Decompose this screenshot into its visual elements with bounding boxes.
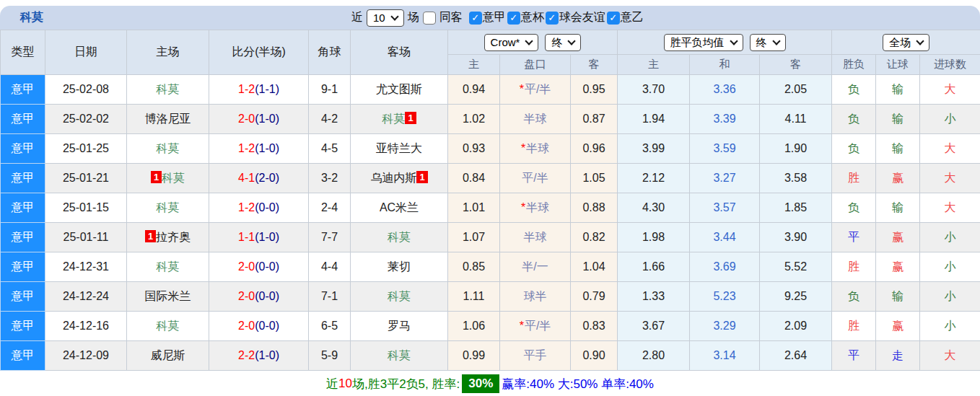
avg-time-select[interactable]: 终 bbox=[750, 34, 786, 51]
away-team-cell: 科莫 bbox=[351, 341, 448, 371]
odds-away-cell: 0.83 bbox=[571, 312, 618, 341]
home-team-name: 科莫 bbox=[162, 172, 185, 184]
avg-draw-cell: 3.27 bbox=[690, 164, 760, 193]
fulltime-score: 2-0 bbox=[238, 113, 255, 125]
near-label: 近 bbox=[351, 10, 363, 25]
table-row: 意甲24-12-31科莫2-0(0-0)4-4莱切0.85半/一1.041.66… bbox=[1, 252, 980, 282]
avg-type-select[interactable]: 胜平负均值 bbox=[664, 34, 743, 51]
away-team-cell: 科莫 bbox=[351, 282, 448, 312]
corners-cell: 7-1 bbox=[309, 282, 351, 312]
bookmaker-select[interactable]: Crow* bbox=[484, 34, 539, 51]
away-team-cell: 莱切 bbox=[351, 252, 448, 282]
result-cell: 胜 bbox=[832, 252, 876, 282]
avg-away-cell: 1.85 bbox=[760, 193, 832, 223]
league-checkbox[interactable]: ✓ bbox=[507, 12, 520, 25]
avg-home-cell: 2.80 bbox=[618, 341, 690, 371]
handicap-result-cell: 输 bbox=[876, 105, 920, 134]
halftime-score: (1-1) bbox=[255, 83, 279, 95]
avg-away-cell: 5.52 bbox=[760, 252, 832, 282]
avg-draw-cell: 3.14 bbox=[690, 341, 760, 371]
corners-cell: 5-9 bbox=[309, 341, 351, 371]
league-label: 意甲 bbox=[483, 10, 506, 25]
corners-cell: 7-7 bbox=[309, 223, 351, 252]
result-cell: 平 bbox=[832, 223, 876, 252]
chevron-down-icon bbox=[730, 37, 738, 45]
handicap-star: * bbox=[521, 201, 525, 214]
score-cell: 2-0(0-0) bbox=[209, 252, 309, 282]
odds-time-select[interactable]: 终 bbox=[545, 34, 581, 51]
match-history-table: 类型 日期 主场 比分(半场) 角球 客场 Crow* 终 bbox=[0, 30, 980, 371]
league-checkbox[interactable]: ✓ bbox=[607, 12, 620, 25]
result-cell: 负 bbox=[832, 105, 876, 134]
away-team-name: 乌迪内斯 bbox=[370, 172, 416, 184]
red-card-badge: 1 bbox=[151, 171, 162, 183]
table-row: 意甲24-12-09威尼斯2-2(1-0)5-9科莫0.99平手0.902.80… bbox=[1, 341, 980, 371]
col-header-home: 主场 bbox=[127, 30, 209, 75]
handicap-text: 半/一 bbox=[522, 260, 548, 273]
summary-segment-badge: 30% bbox=[462, 374, 499, 393]
date-cell: 24-12-16 bbox=[45, 312, 127, 341]
col-header-type: 类型 bbox=[1, 30, 45, 75]
table-row: 意甲25-01-111拉齐奥1-1(1-0)7-7科莫1.07半球0.821.9… bbox=[1, 223, 980, 252]
odds-away-cell: 0.90 bbox=[571, 341, 618, 371]
recent-matches-value: 10 bbox=[373, 12, 385, 25]
avg-draw-cell: 3.69 bbox=[690, 252, 760, 282]
avg-away-cell: 3.90 bbox=[760, 223, 832, 252]
league-filter-group: ✓意甲✓意杯✓球会友谊✓意乙 bbox=[469, 10, 645, 25]
avg-home-cell: 1.66 bbox=[618, 252, 690, 282]
handicap-cell: 半/一 bbox=[500, 252, 571, 282]
home-team-name: 国际米兰 bbox=[145, 290, 191, 302]
subheader-result: 胜负 bbox=[832, 55, 876, 75]
score-cell: 2-0(0-0) bbox=[209, 282, 309, 312]
recent-matches-select[interactable]: 10 bbox=[367, 9, 404, 27]
same-opponent-checkbox[interactable] bbox=[423, 12, 436, 25]
avg-draw-cell: 3.36 bbox=[690, 75, 760, 105]
home-team-name: 科莫 bbox=[157, 320, 180, 332]
avg-away-cell: 2.05 bbox=[760, 75, 832, 105]
league-checkbox[interactable]: ✓ bbox=[469, 12, 482, 25]
handicap-result-cell: 赢 bbox=[876, 312, 920, 341]
score-cell: 1-1(1-0) bbox=[209, 223, 309, 252]
odds-time-select-value: 终 bbox=[551, 36, 562, 49]
league-filter-item: ✓球会友谊 bbox=[546, 10, 605, 25]
subheader-goals-result: 进球数 bbox=[920, 55, 980, 75]
fulltime-score: 1-2 bbox=[238, 201, 255, 214]
handicap-result-cell: 走 bbox=[876, 341, 920, 371]
home-team-cell: 科莫 bbox=[127, 312, 209, 341]
goals-result-cell: 大 bbox=[920, 341, 980, 371]
odds-away-cell: 0.96 bbox=[571, 134, 618, 164]
corners-cell: 4-4 bbox=[309, 252, 351, 282]
avg-home-cell: 1.94 bbox=[618, 105, 690, 134]
avg-home-cell: 3.70 bbox=[618, 75, 690, 105]
away-team-name: 亚特兰大 bbox=[376, 142, 422, 154]
same-opponent-label: 同客 bbox=[439, 10, 463, 25]
halftime-score: (0-0) bbox=[255, 201, 279, 214]
col-header-away: 客场 bbox=[351, 30, 448, 75]
odds-home-cell: 1.11 bbox=[448, 282, 500, 312]
subheader-avg-home: 主 bbox=[618, 55, 690, 75]
away-team-name: 莱切 bbox=[388, 260, 411, 273]
handicap-result-cell: 赢 bbox=[876, 252, 920, 282]
fulltime-score: 2-2 bbox=[238, 349, 255, 361]
period-select-value: 全场 bbox=[889, 36, 911, 49]
avg-home-cell: 2.12 bbox=[618, 164, 690, 193]
odds-home-cell: 1.07 bbox=[448, 223, 500, 252]
avg-draw-cell: 3.29 bbox=[690, 312, 760, 341]
period-select[interactable]: 全场 bbox=[883, 34, 929, 51]
away-team-name: 罗马 bbox=[388, 320, 411, 332]
fulltime-score: 4-1 bbox=[238, 172, 255, 184]
score-cell: 2-0(1-0) bbox=[209, 105, 309, 134]
goals-result-cell: 大 bbox=[920, 193, 980, 223]
home-team-cell: 博洛尼亚 bbox=[127, 105, 209, 134]
fulltime-score: 2-0 bbox=[238, 320, 255, 332]
score-cell: 4-1(2-0) bbox=[209, 164, 309, 193]
table-row: 意甲25-01-211科莫4-1(2-0)3-2乌迪内斯10.84平/半1.05… bbox=[1, 164, 980, 193]
away-team-cell: 尤文图斯 bbox=[351, 75, 448, 105]
halftime-score: (2-0) bbox=[255, 172, 279, 184]
home-team-cell: 科莫 bbox=[127, 75, 209, 105]
score-cell: 1-2(1-1) bbox=[209, 75, 309, 105]
league-checkbox[interactable]: ✓ bbox=[546, 12, 559, 25]
result-cell: 负 bbox=[832, 282, 876, 312]
league-cell: 意甲 bbox=[1, 223, 45, 252]
corners-cell: 4-2 bbox=[309, 105, 351, 134]
